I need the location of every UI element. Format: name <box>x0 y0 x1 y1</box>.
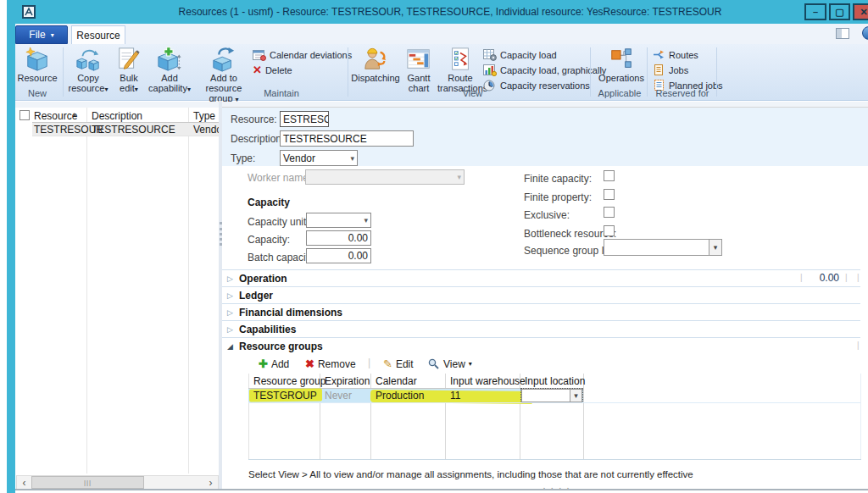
exclusive-checkbox[interactable] <box>604 207 615 218</box>
input-location-dropdown[interactable]: ▾ <box>521 389 582 402</box>
view-all-note: Select View > All to view and/or manage … <box>248 469 693 479</box>
finite-capacity-label: Finite capacity: <box>524 173 592 185</box>
add-button[interactable]: ✚ Add <box>259 356 289 372</box>
jobs-label: Jobs <box>669 65 688 75</box>
scrollbar-thumb[interactable]: ||| <box>31 476 144 489</box>
view-button[interactable]: View ▾ <box>428 356 472 372</box>
section-capabilities-label: Capabilities <box>239 324 296 335</box>
tab-resource[interactable]: Resource <box>71 25 125 44</box>
left-grid-col-type[interactable]: Type <box>193 110 215 122</box>
section-financial-dimensions[interactable]: ▷ Financial dimensions <box>222 303 860 320</box>
batch-capacity-field[interactable]: 0.00 <box>306 248 371 263</box>
add-icon: ✚ <box>259 357 268 370</box>
resource-field-label: Resource: <box>231 114 277 125</box>
chevron-down-icon: ▾ <box>350 153 354 162</box>
chevron-down-icon: ▾ <box>469 360 472 368</box>
chevron-down-icon: ▾ <box>457 173 461 181</box>
group-label-new: New <box>17 88 58 98</box>
dispatching-button[interactable]: Dispatching <box>351 47 400 97</box>
add-capability-button[interactable]: Add capability▾ <box>147 47 192 97</box>
expander-icon: ▷ <box>227 325 239 334</box>
routes-button[interactable]: Routes <box>653 47 698 62</box>
capacity-unit-label: Capacity unit: <box>248 216 309 228</box>
dropdown-arrow-button[interactable]: ▾ <box>709 240 721 255</box>
type-dropdown[interactable]: Vendor ▾ <box>280 150 358 166</box>
description-field[interactable]: TESTRESOURCE <box>280 130 414 147</box>
capacity-load-graphically-button[interactable]: Capacity load, graphically <box>483 63 606 77</box>
file-menu-button[interactable]: File ▾ <box>15 25 68 44</box>
group-label-maintain: Maintain <box>222 88 341 98</box>
finite-property-checkbox[interactable] <box>604 189 615 200</box>
rg-col-calendar[interactable]: Calendar <box>376 375 417 387</box>
bar-chart-icon <box>483 64 497 76</box>
copy-resource-label: Copy resource <box>69 73 105 93</box>
magnifier-icon <box>428 358 440 369</box>
sequence-group-id-dropdown[interactable]: ▾ <box>604 239 722 256</box>
ribbon-tab-row <box>15 24 868 44</box>
title-bar[interactable]: Resources (1 - usmf) - Resource: TESTRES… <box>7 0 868 24</box>
resize-grip-icon[interactable]: · · · · <box>542 482 570 493</box>
calendar-icon <box>253 49 266 61</box>
edit-button[interactable]: ✎ Edit <box>383 356 414 372</box>
capacity-field-label: Capacity: <box>248 234 290 246</box>
chevron-down-icon: ▾ <box>574 391 578 400</box>
close-button[interactable]: ✕ <box>853 3 868 20</box>
left-grid-col-description[interactable]: Description <box>92 110 142 122</box>
capacity-load-button[interactable]: Capacity load <box>483 47 557 62</box>
expander-icon: ▷ <box>227 291 239 300</box>
tick-icon: | <box>800 273 803 282</box>
section-operation[interactable]: ▷ Operation <box>222 269 860 286</box>
group-label-view: View <box>424 88 521 98</box>
remove-icon: ✖ <box>305 357 314 370</box>
maximize-button[interactable]: ▢ <box>829 3 850 20</box>
rg-col-resource-group[interactable]: Resource group <box>253 375 326 387</box>
type-field-label: Type: <box>231 152 255 164</box>
delete-button[interactable]: ✕ Delete <box>253 63 292 77</box>
group-label-reserved-for: Reserved for <box>649 88 715 98</box>
chevron-down-icon: ▾ <box>187 86 191 93</box>
resource-field[interactable]: ESTRESOUR <box>280 111 329 127</box>
grid-column-divider <box>370 374 371 459</box>
rg-col-expiration[interactable]: Expiration <box>325 375 370 387</box>
jobs-button[interactable]: Jobs <box>653 63 688 77</box>
cube-star-icon <box>25 47 50 72</box>
calendar-deviations-button[interactable]: Calendar deviations <box>253 47 352 62</box>
layout-toggle-icon[interactable] <box>836 28 849 39</box>
app-window: Resources (1 - usmf) - Resource: TESTRES… <box>0 0 868 493</box>
cube-plus-icon <box>157 47 182 72</box>
copy-resource-button[interactable]: Copy resource▾ <box>66 47 110 97</box>
view-button-label: View <box>443 358 465 370</box>
delete-x-icon: ✕ <box>253 64 262 76</box>
bulk-edit-button[interactable]: Bulk edit▾ <box>112 47 146 97</box>
rg-col-input-location[interactable]: Input location <box>525 375 585 387</box>
section-capabilities[interactable]: ▷ Capabilities <box>222 320 860 337</box>
bottleneck-resource-checkbox[interactable] <box>604 225 615 236</box>
section-resource-groups[interactable]: ◢ Resource groups <box>222 337 860 354</box>
add-capability-label: Add capability <box>148 73 187 93</box>
operations-icon <box>609 47 634 72</box>
grid-border <box>248 374 249 459</box>
horizontal-scrollbar[interactable]: ‹ ||| › <box>16 475 219 490</box>
scroll-right-button[interactable]: › <box>203 476 218 489</box>
rg-col-input-warehouse[interactable]: Input warehouse <box>450 375 526 387</box>
delete-label: Delete <box>265 65 292 75</box>
scroll-left-button[interactable]: ‹ <box>17 476 31 489</box>
minimize-button[interactable]: – <box>804 3 826 20</box>
cell-description: TESTRESOURCE <box>92 124 175 136</box>
capacity-field-value: 0.00 <box>348 232 368 244</box>
group-separator <box>647 47 648 97</box>
sequence-group-id-label: Sequence group ID: <box>524 245 615 257</box>
maximize-icon: ▢ <box>835 7 843 18</box>
capacity-field[interactable]: 0.00 <box>306 230 371 246</box>
section-ledger[interactable]: ▷ Ledger <box>222 286 860 303</box>
app-icon <box>22 5 36 19</box>
remove-button[interactable]: ✖ Remove <box>305 356 356 372</box>
worker-name-dropdown[interactable]: ▾ <box>305 169 465 185</box>
thumb-grip-icon: ||| <box>84 479 92 486</box>
file-menu-label: File <box>29 29 45 41</box>
dropdown-arrow-button[interactable]: ▾ <box>570 390 581 402</box>
select-all-checkbox[interactable] <box>19 110 30 120</box>
finite-capacity-checkbox[interactable] <box>604 170 615 181</box>
capacity-unit-dropdown[interactable]: ▾ <box>306 213 371 228</box>
column-divider <box>86 108 87 474</box>
